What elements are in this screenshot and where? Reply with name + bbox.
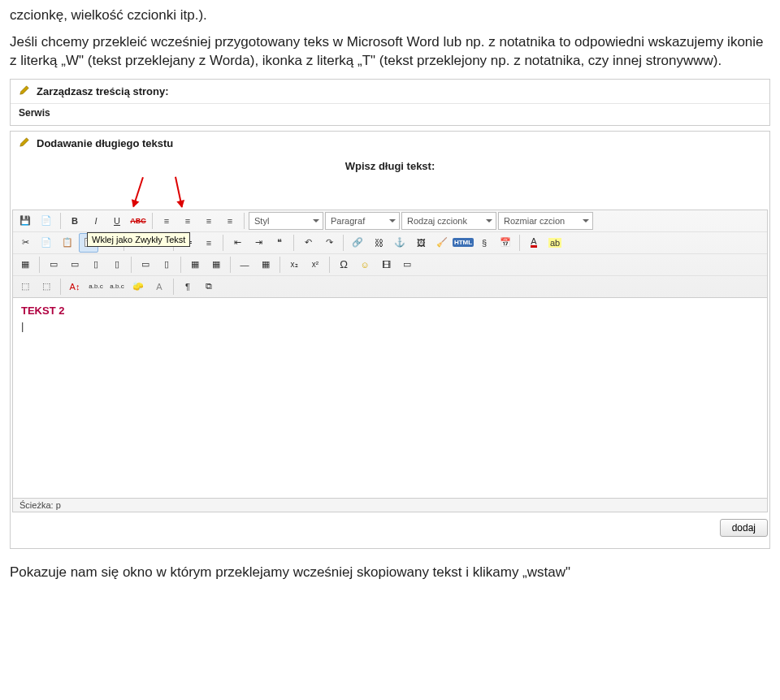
separator [329,257,330,273]
show-blocks-icon[interactable]: ¶ [178,277,197,296]
cleanup-icon[interactable]: 🧹 [432,233,452,253]
undo-icon[interactable]: ↶ [298,233,318,253]
media-icon[interactable]: 🎞 [376,255,396,274]
editor-status-bar: Ścieżka: p [12,499,768,512]
merge-cells-icon[interactable]: ▦ [185,255,205,274]
service-label: Serwis [19,107,50,119]
insert-symbol-icon[interactable]: Ω [334,255,353,274]
acronym-icon[interactable]: a.b.c [107,277,127,296]
save-icon[interactable]: 💾 [15,211,35,231]
background-color-icon[interactable]: ab [545,233,565,253]
page-break-icon[interactable]: ▭ [397,255,417,274]
separator [280,257,280,273]
separator [180,257,181,273]
separator [131,257,132,273]
arrow-to-paste-text-icon [132,177,144,207]
font-family-dropdown[interactable]: Rodzaj czcionk [401,212,496,230]
special-char-icon[interactable]: § [474,233,494,253]
separator [519,235,520,251]
superscript-icon[interactable]: x² [306,255,325,274]
separator [230,257,231,273]
image-icon[interactable]: 🖼 [411,233,431,253]
separator [343,235,344,251]
separator [60,213,61,229]
editor-content-line-1: TEKST 2 [21,305,759,317]
subscript-icon[interactable]: x₂ [284,255,304,274]
outdent-icon[interactable]: ⇤ [228,233,247,253]
cut-icon[interactable]: ✂ [15,233,35,253]
separator [152,213,153,229]
table-delete-col-icon[interactable]: ▯ [157,255,176,274]
copy-icon[interactable]: 📄 [37,233,56,253]
table-row-after-icon[interactable]: ▭ [65,255,84,274]
indent-icon[interactable]: ⇥ [249,233,268,253]
horizontal-rule-icon[interactable]: — [235,255,254,274]
panel-manage-content: Zarządzasz treścią strony: Serwis [10,79,770,126]
align-right-icon[interactable]: ≡ [199,211,219,231]
separator [293,235,294,251]
abbr-icon[interactable]: a.b.c [86,277,106,296]
strikethrough-icon[interactable]: ABC [128,211,148,231]
layer-icon[interactable]: ⬚ [15,277,35,296]
arrow-to-paste-word-icon [175,176,183,207]
blockquote-icon[interactable]: ❝ [270,233,289,253]
split-cells-icon[interactable]: ▦ [206,255,226,274]
panel-add-long-text: Dodawanie długiego tekstu Wpisz długi te… [10,131,770,549]
doc-paragraph-2: Jeśli chcemy przekleić wcześniej przygot… [10,33,770,71]
numbered-list-icon[interactable]: ≡ [199,233,219,253]
style-dropdown[interactable]: Styl [249,212,323,230]
eraser-icon[interactable]: 🧽 [128,277,148,296]
fullscreen-icon[interactable]: ⧉ [199,277,219,296]
separator [60,279,61,295]
panel-body: Serwis [11,104,769,125]
editor-content-cursor: | [21,320,759,332]
redo-icon[interactable]: ↷ [319,233,339,253]
editor-wrap: Wpisz długi tekst: 💾 📄 B I U ABC ≡ ≡ [11,155,769,545]
insert-table-icon[interactable]: ▦ [15,255,35,274]
underline-icon[interactable]: U [107,211,127,231]
attributes-icon[interactable]: A [150,277,169,296]
doc-paragraph-3: Pokazuje nam się okno w którym przekleja… [10,564,770,582]
editor-toolbar: 💾 📄 B I U ABC ≡ ≡ ≡ ≡ Styl Paragraf Rodz… [12,210,768,298]
separator [223,235,223,251]
font-size-icon[interactable]: A↕ [65,277,84,296]
edit-html-icon[interactable]: HTML [453,233,473,253]
paste-as-text-tooltip: Wklej jako Zwykły Tekst [87,232,190,247]
toolbar-row-1: 💾 📄 B I U ABC ≡ ≡ ≡ ≡ Styl Paragraf Rodz… [13,210,767,232]
unlink-icon[interactable]: ⛓ [369,233,388,253]
table-delete-row-icon[interactable]: ▭ [136,255,155,274]
paste-icon[interactable]: 📋 [58,233,77,253]
table-col-before-icon[interactable]: ▯ [86,255,106,274]
submit-row: dodaj [12,512,768,543]
insert-date-icon[interactable]: 📅 [496,233,515,253]
remove-format-icon[interactable]: ▦ [256,255,275,274]
annotation-arrows [12,177,768,210]
new-icon[interactable]: 📄 [37,211,56,231]
toolbar-row-4: ⬚ ⬚ A↕ a.b.c a.b.c 🧽 A ¶ ⧉ [13,276,767,297]
emoticon-icon[interactable]: ☺ [355,255,375,274]
anchor-icon[interactable]: ⚓ [390,233,410,253]
table-row-before-icon[interactable]: ▭ [44,255,63,274]
separator [39,257,40,273]
panel-title: Zarządzasz treścią strony: [37,85,169,97]
font-color-icon[interactable]: A [524,233,544,253]
separator [244,213,245,229]
editor-field-label: Wpisz długi tekst: [12,157,768,177]
link-icon[interactable]: 🔗 [348,233,367,253]
paragraph-dropdown[interactable]: Paragraf [325,212,400,230]
italic-icon[interactable]: I [86,211,106,231]
panel-header: Zarządzasz treścią strony: [11,80,769,104]
separator [173,279,174,295]
doc-paragraph-1: czcionkę, wielkość czcionki itp.). [10,6,770,25]
align-justify-icon[interactable]: ≡ [220,211,240,231]
panel-header-2: Dodawanie długiego tekstu [11,132,769,155]
table-col-after-icon[interactable]: ▯ [107,255,127,274]
font-size-dropdown[interactable]: Rozmiar czcion [498,212,593,230]
align-left-icon[interactable]: ≡ [157,211,176,231]
bold-icon[interactable]: B [65,211,84,231]
editor-content-area[interactable]: TEKST 2 | [12,298,768,499]
add-button[interactable]: dodaj [720,519,768,537]
align-center-icon[interactable]: ≡ [178,211,197,231]
layer-forward-icon[interactable]: ⬚ [37,277,56,296]
toolbar-row-3: ▦ ▭ ▭ ▯ ▯ ▭ ▯ ▦ ▦ — ▦ x₂ [13,254,767,276]
